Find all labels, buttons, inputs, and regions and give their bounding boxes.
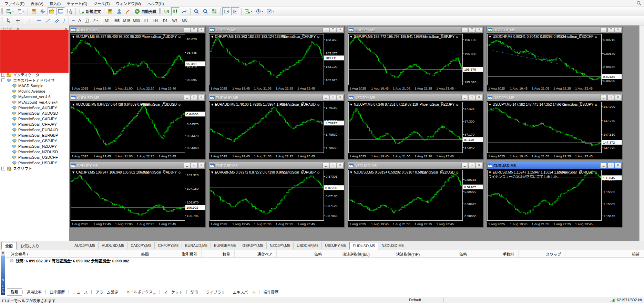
minimize-button[interactable]: _ xyxy=(600,27,607,33)
workspace-scrollbar[interactable] xyxy=(639,25,644,241)
terminal-column-header-1[interactable]: 時間 xyxy=(70,250,153,257)
bar-chart-button[interactable] xyxy=(162,7,171,15)
metaeditor-button[interactable] xyxy=(106,7,114,15)
search-icon[interactable] xyxy=(636,1,641,6)
tree-item-phoenixsoar-nzdusd[interactable]: PhoenixSoar_NZDUSD xyxy=(0,149,69,155)
chart-canvas[interactable]: 0.645750.644700.643600.646661 Aug 20251 … xyxy=(70,101,205,160)
chart-window-titlebar[interactable]: CADJPY,M5_□× xyxy=(70,162,205,169)
menu-help[interactable]: ヘルプ(H) xyxy=(144,0,167,7)
zoom-in-button[interactable] xyxy=(192,7,201,15)
timeframe-w1[interactable]: W1 xyxy=(171,17,180,24)
chart-window-nzdusd-m5[interactable]: NZDUSD,M5_□×0.591650.590700.589750.58880… xyxy=(348,162,483,227)
terminal-tab-7[interactable]: 記事 xyxy=(187,289,202,295)
menu-window[interactable]: ウィンドウ(W) xyxy=(113,0,144,7)
chart-tab-usdjpy-m5[interactable]: USDJPY,M5 xyxy=(322,242,349,249)
chart-canvas[interactable]: 95.62095.44595.27095.09595.3001 Aug 2025… xyxy=(70,33,205,92)
minimize-button[interactable]: _ xyxy=(184,27,190,33)
chart-tab-eurusd-m5[interactable]: EURUSD,M5 xyxy=(349,242,379,250)
chart-window-nzdjpy-m5[interactable]: NZDJPY,M5_□×87.42587.30087.17087.04087.1… xyxy=(348,94,483,159)
terminal-column-header-7[interactable]: 決済指値(T/P) xyxy=(374,250,425,257)
restore-button[interactable]: □ xyxy=(607,27,614,33)
chart-canvas[interactable]: 0.591650.590700.589750.588800.591071 Aug… xyxy=(348,169,483,228)
close-button[interactable]: × xyxy=(337,27,344,33)
minimize-button[interactable]: _ xyxy=(184,95,190,101)
strategy-tester-button[interactable] xyxy=(65,7,74,15)
terminal-column-header-10[interactable]: スワップ xyxy=(519,250,566,257)
chart-canvas[interactable]: 0.873050.872450.871850.871250.870650.872… xyxy=(209,169,344,228)
chart-canvas[interactable]: 0.807150.805700.804250.802800.803241 Aug… xyxy=(487,33,622,92)
tree-expand-icon[interactable]: − xyxy=(1,79,5,82)
chart-tab-chfjpy-m5[interactable]: CHFJPY,M5 xyxy=(155,242,182,249)
new-order-button[interactable]: 新規注文 xyxy=(78,7,102,15)
status-profile[interactable]: Default xyxy=(406,297,444,302)
chart-window-titlebar[interactable]: NZDJPY,M5_□× xyxy=(348,94,483,101)
chart-window-titlebar[interactable]: EURAUD,M5_□× xyxy=(209,94,344,101)
tree-expand-icon[interactable]: + xyxy=(1,167,5,170)
templates-button[interactable]: ▾ xyxy=(265,7,275,15)
tree-item-moving-average[interactable]: Moving Average xyxy=(0,88,69,94)
trendline-button[interactable] xyxy=(44,17,52,25)
menu-tools[interactable]: ツール(T) xyxy=(90,0,113,7)
timeframe-h4[interactable]: H4 xyxy=(151,17,160,24)
tree-item-phoenixsoar-audusd[interactable]: PhoenixSoar_AUDUSD xyxy=(0,111,69,116)
close-button[interactable]: × xyxy=(198,95,205,101)
tree-item-macd-sample[interactable]: MACD Sample xyxy=(0,83,69,88)
tree-item-indicators[interactable]: +インディケータ xyxy=(0,72,69,77)
chart-window-cadjpy-m5[interactable]: CADJPY,M5_□×107.325107.150106.970106.795… xyxy=(70,162,206,227)
community-button[interactable] xyxy=(115,7,123,15)
terminal-column-header-8[interactable]: 価格 xyxy=(424,250,471,257)
auto-trading-button[interactable]: 自動売買 xyxy=(133,7,158,15)
new-chart-button[interactable]: ▾ xyxy=(5,7,15,15)
tree-item-myaccount-ver-4-6[interactable]: MyAccount_ver.4.6 xyxy=(0,94,69,100)
chart-canvas[interactable]: 147.990147.750147.510147.275147.3721 Aug… xyxy=(487,101,622,160)
chart-canvas[interactable]: 1.791801.790051.788301.786551.789771 Aug… xyxy=(209,101,344,160)
tree-item-phoenixsoar-audjpy[interactable]: PhoenixSoar_AUDJPY xyxy=(0,105,69,111)
terminal-column-header-3[interactable]: 数量 xyxy=(202,250,234,257)
timeframe-h1[interactable]: H1 xyxy=(142,17,151,24)
data-window-button[interactable] xyxy=(39,7,47,15)
chart-window-titlebar[interactable]: GBPJPY,M5_□× xyxy=(348,27,483,33)
horizontal-line-button[interactable] xyxy=(35,17,43,25)
chart-window-titlebar[interactable]: EURGBP,M5_□× xyxy=(209,162,344,169)
timeframe-m15[interactable]: M15 xyxy=(122,17,131,24)
restore-button[interactable]: □ xyxy=(469,163,475,168)
terminal-column-header-9[interactable]: 手数料 xyxy=(471,250,519,257)
chart-window-audjpy-m5[interactable]: AUDJPY,M5_□×95.62095.44595.27095.09595.3… xyxy=(70,26,206,92)
terminal-tab-9[interactable]: エキスパート xyxy=(229,289,259,295)
chart-tab-eurgbp-m5[interactable]: EURGBP,M5 xyxy=(211,242,239,249)
terminal-column-header-0[interactable]: 注文番号 / xyxy=(6,250,70,257)
chart-window-titlebar[interactable]: CHFJPY,M5_□× xyxy=(209,27,344,33)
equidistant-channel-button[interactable] xyxy=(53,17,61,25)
close-button[interactable]: × xyxy=(198,27,205,33)
zoom-out-button[interactable] xyxy=(201,7,209,15)
minimize-button[interactable]: _ xyxy=(323,163,329,168)
close-button[interactable]: × xyxy=(476,27,482,33)
close-button[interactable]: × xyxy=(476,163,482,168)
chart-canvas[interactable]: 87.42587.30087.17087.04087.1191 Aug 2025… xyxy=(348,101,483,160)
chart-shift-button[interactable] xyxy=(231,7,239,15)
navigator-tab-favorites[interactable]: お気に入り xyxy=(17,242,43,250)
close-button[interactable]: × xyxy=(615,163,621,168)
chart-canvas[interactable]: 196.190195.900195.610195.320195.5761 Aug… xyxy=(348,33,483,92)
restore-button[interactable]: □ xyxy=(330,95,336,101)
chart-tab-nzdusd-m5[interactable]: NZDUSD,M5 xyxy=(378,242,407,249)
minimize-button[interactable]: _ xyxy=(461,95,468,101)
restore-button[interactable]: □ xyxy=(469,95,475,101)
market-watch-button[interactable] xyxy=(30,7,38,15)
minimize-button[interactable]: _ xyxy=(184,163,190,168)
tree-item-phoenixsoar-eurgbp[interactable]: PhoenixSoar_EURGBP xyxy=(0,133,69,138)
chart-tab-audusd-m5[interactable]: AUDUSD,M5 xyxy=(99,242,127,249)
restore-button[interactable]: □ xyxy=(191,95,197,101)
chart-window-eurusd-m5[interactable]: EURUSD,M5_□×1.158051.155851.153651.15145… xyxy=(487,162,622,227)
chart-tab-euraud-m5[interactable]: EURAUD,M5 xyxy=(182,242,211,249)
text-label-button[interactable]: T xyxy=(83,17,90,25)
chart-window-titlebar[interactable]: EURUSD,M5_□× xyxy=(487,162,622,169)
terminal-tab-0[interactable]: 取引 xyxy=(7,288,22,296)
chart-canvas[interactable]: 1.158051.155851.153651.151451.158451 Aug… xyxy=(487,169,622,228)
crosshair-button[interactable] xyxy=(14,17,22,25)
chart-window-eurgbp-m5[interactable]: EURGBP,M5_□×0.873050.872450.871850.87125… xyxy=(209,162,345,227)
restore-button[interactable]: □ xyxy=(607,95,614,101)
terminal-tab-6[interactable]: マーケット xyxy=(160,289,186,295)
terminal-column-header-5[interactable]: 価格 xyxy=(277,250,326,257)
restore-button[interactable]: □ xyxy=(191,27,197,33)
